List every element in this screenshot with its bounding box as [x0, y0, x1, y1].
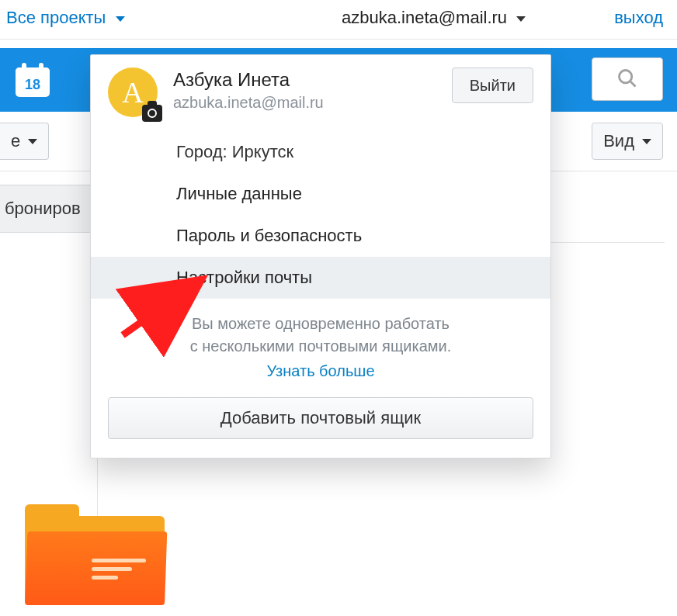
account-identity: Азбука Инета azbuka.ineta@mail.ru: [173, 67, 452, 112]
menu-item-label: Пароль и безопасность: [176, 226, 362, 245]
folder-icon[interactable]: [25, 504, 165, 605]
current-account-dropdown[interactable]: azbuka.ineta@mail.ru: [342, 8, 526, 28]
left-filter-chip-partial[interactable]: брониров: [0, 185, 99, 233]
hint-line-2: с несколькими почтовыми ящиками.: [190, 337, 452, 355]
svg-rect-1: [16, 67, 50, 75]
menu-item-label: Личные данные: [176, 184, 302, 203]
top-bar: Все проекты azbuka.ineta@mail.ru выход: [0, 0, 677, 40]
svg-rect-3: [39, 63, 43, 72]
menu-item-personal-data[interactable]: Личные данные: [91, 173, 550, 215]
add-mailbox-label: Добавить почтовый ящик: [220, 408, 421, 428]
menu-item-password-security[interactable]: Пароль и безопасность: [91, 215, 550, 257]
logout-label: выход: [614, 8, 663, 27]
camera-icon[interactable]: [142, 105, 162, 122]
menu-item-mail-settings[interactable]: Настройки почты: [91, 257, 550, 299]
account-popover: A Азбука Инета azbuka.ineta@mail.ru Выйт…: [90, 54, 551, 459]
search-icon: [616, 67, 638, 92]
svg-text:18: 18: [25, 77, 40, 92]
account-email: azbuka.ineta@mail.ru: [173, 94, 452, 112]
account-name: Азбука Инета: [173, 69, 452, 91]
menu-item-label: Настройки почты: [176, 268, 312, 287]
city-label: Город: Иркутск: [176, 142, 293, 161]
city-row: Город: Иркутск: [91, 131, 550, 173]
chevron-down-icon: [28, 139, 37, 144]
popover-header: A Азбука Инета azbuka.ineta@mail.ru Выйт…: [91, 55, 550, 123]
all-projects-label: Все проекты: [6, 8, 106, 27]
avatar[interactable]: A: [108, 67, 158, 117]
add-mailbox-button[interactable]: Добавить почтовый ящик: [108, 397, 533, 439]
multi-mailbox-hint: Вы можете одновременно работать с нескол…: [91, 299, 550, 359]
calendar-icon[interactable]: 18: [12, 60, 53, 100]
svg-rect-2: [22, 63, 26, 72]
left-dropdown-tail: е: [11, 131, 20, 151]
svg-point-5: [620, 70, 632, 82]
view-label: Вид: [603, 131, 634, 151]
view-dropdown[interactable]: Вид: [592, 123, 663, 160]
svg-line-6: [630, 81, 636, 86]
learn-more-link[interactable]: Узнать больше: [91, 362, 550, 380]
all-projects-dropdown[interactable]: Все проекты: [6, 8, 125, 28]
left-dropdown-partial[interactable]: е: [0, 123, 49, 160]
popover-menu: Город: Иркутск Личные данные Пароль и бе…: [91, 131, 550, 299]
chevron-down-icon: [642, 139, 651, 144]
sign-out-button[interactable]: Выйти: [452, 67, 533, 103]
chevron-down-icon: [516, 16, 526, 22]
search-button[interactable]: [592, 57, 663, 101]
logout-link[interactable]: выход: [614, 8, 663, 28]
sign-out-label: Выйти: [470, 77, 516, 95]
left-filter-label: брониров: [5, 199, 81, 219]
chevron-down-icon: [116, 16, 125, 22]
current-account-email: azbuka.ineta@mail.ru: [342, 8, 507, 27]
hint-line-1: Вы можете одновременно работать: [192, 315, 450, 332]
